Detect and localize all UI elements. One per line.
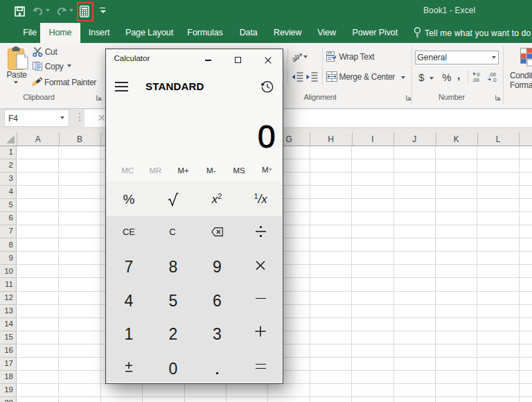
svg-text:.0: .0 [493, 76, 497, 82]
svg-text:.00: .00 [472, 76, 479, 82]
